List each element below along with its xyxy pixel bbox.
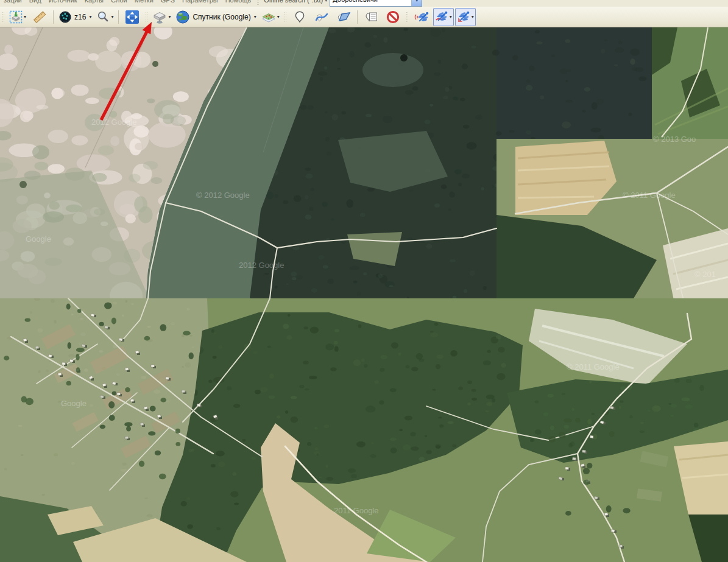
- svg-text:Google: Google: [26, 234, 51, 244]
- menu-item-view[interactable]: Вид: [26, 0, 45, 4]
- bottom-tile: [0, 296, 728, 562]
- toolbar-separator: [53, 10, 54, 24]
- toolbar-grip[interactable]: [406, 12, 409, 22]
- layers-icon: [261, 10, 276, 24]
- dropdown-arrow-icon[interactable]: ▾: [168, 14, 171, 19]
- gps-follow-button[interactable]: ▾: [455, 8, 476, 26]
- ruler-icon: [32, 10, 47, 24]
- add-placemark-button[interactable]: [289, 8, 310, 26]
- toolbar-separator: [357, 10, 358, 24]
- gps-follow-icon: [457, 10, 470, 24]
- svg-text:© 2012 Google: © 2012 Google: [196, 191, 250, 200]
- toolbar-grip[interactable]: [284, 12, 287, 22]
- svg-text:2012 Google: 2012 Google: [91, 118, 136, 127]
- main-toolbar: ▾ z16 ▾ ▾: [0, 7, 728, 27]
- dropdown-arrow-icon[interactable]: ▾: [472, 14, 474, 19]
- map-type-label: Спутник (Google): [193, 13, 250, 21]
- svg-text:2011 Google: 2011 Google: [334, 506, 379, 515]
- toolbar-separator: [118, 10, 119, 24]
- gps-track-icon: [435, 10, 448, 24]
- satellite-imagery: 2012 Google © 2012 Google Google 2012 Go…: [0, 27, 728, 562]
- top-tile: [0, 27, 728, 314]
- cache-disk-icon: [152, 10, 167, 24]
- earth-icon: [175, 10, 190, 24]
- menu-item-gps[interactable]: GPS: [157, 0, 178, 4]
- menu-item-help[interactable]: Помощь: [222, 0, 255, 4]
- search-combobox[interactable]: Добросневичи ▼: [330, 0, 422, 7]
- selection-area-button[interactable]: ▾: [7, 8, 28, 26]
- combo-arrow-icon[interactable]: ▼: [411, 0, 422, 6]
- map-type-button[interactable]: Спутник (Google) ▾: [174, 8, 258, 26]
- magnifier-icon: [96, 10, 110, 24]
- gps-connect-icon: [414, 10, 429, 24]
- fullscreen-icon: [125, 10, 140, 24]
- map-view[interactable]: 2012 Google © 2012 Google Google 2012 Go…: [0, 27, 728, 562]
- menu-item-layers[interactable]: Слои: [107, 0, 131, 4]
- menu-search-bar: заций Вид Источник Карты Слои Метки GPS …: [0, 0, 728, 7]
- placemark-manager-button[interactable]: [361, 8, 381, 26]
- search-magnifier-button[interactable]: ▾: [94, 8, 115, 26]
- selection-area-icon: [9, 10, 23, 24]
- dropdown-arrow-icon[interactable]: ▾: [24, 14, 26, 19]
- menu-item-operations[interactable]: заций: [0, 0, 26, 4]
- dropdown-arrow-icon[interactable]: ▾: [111, 14, 113, 19]
- dropdown-arrow-icon[interactable]: ▾: [89, 14, 91, 19]
- menu-item-maps[interactable]: Карты: [81, 0, 107, 4]
- toolbar-grip[interactable]: [145, 12, 148, 22]
- ban-icon: [386, 10, 400, 24]
- hide-marks-button[interactable]: [383, 8, 403, 26]
- fullscreen-button[interactable]: [122, 8, 143, 26]
- search-input[interactable]: Добросневичи: [330, 0, 411, 6]
- gps-connect-button[interactable]: [411, 8, 432, 26]
- gps-track-button[interactable]: ▾: [433, 8, 454, 26]
- zoom-level-label: z16: [74, 13, 86, 21]
- menu-item-marks[interactable]: Метки: [131, 0, 157, 4]
- svg-text:2012 Google: 2012 Google: [239, 261, 284, 270]
- offline-search-label: Offline search (*.txt): [261, 0, 324, 4]
- menu-item-source[interactable]: Источник: [45, 0, 81, 4]
- polygon-icon: [336, 10, 351, 24]
- add-path-button[interactable]: [311, 8, 332, 26]
- zoom-globe-icon: [58, 10, 72, 24]
- dropdown-arrow-icon[interactable]: ▾: [450, 14, 452, 19]
- dropdown-arrow-icon[interactable]: ▾: [324, 0, 330, 3]
- svg-text:© 2011 Google: © 2011 Google: [567, 362, 620, 371]
- path-icon: [314, 10, 329, 24]
- svg-text:© 2013 Goo: © 2013 Goo: [653, 135, 696, 144]
- add-polygon-button[interactable]: [333, 8, 354, 26]
- svg-text:Google: Google: [61, 399, 87, 408]
- toolbar-grip[interactable]: [2, 12, 5, 22]
- layers-button[interactable]: ▾: [260, 8, 281, 26]
- placemark-list-icon: [364, 10, 378, 24]
- zoom-level-button[interactable]: z16 ▾: [57, 8, 93, 26]
- menu-item-settings[interactable]: Параметры: [178, 0, 222, 4]
- dropdown-arrow-icon[interactable]: ▾: [277, 14, 280, 19]
- placemark-icon: [293, 10, 306, 24]
- svg-text:© 2011 Google: © 2011 Google: [623, 191, 676, 200]
- svg-text:© 201: © 201: [694, 270, 716, 279]
- internet-cache-source-button[interactable]: ▾: [150, 8, 172, 26]
- toolbar-grip[interactable]: [256, 0, 260, 5]
- dropdown-arrow-icon[interactable]: ▾: [254, 14, 256, 19]
- ruler-button[interactable]: [29, 8, 50, 26]
